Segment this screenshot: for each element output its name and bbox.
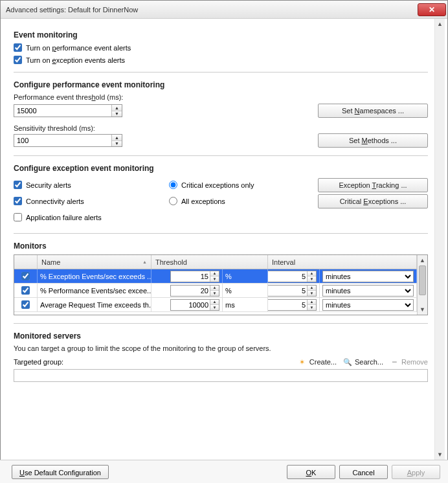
row-checkbox[interactable]	[21, 300, 30, 309]
row-interval-cell[interactable]: ▲▼	[268, 284, 320, 297]
row-interval-cell[interactable]: ▲▼	[268, 269, 320, 283]
spin-down-icon[interactable]: ▼	[308, 276, 316, 282]
spin-down-icon[interactable]: ▼	[210, 276, 219, 282]
use-default-button[interactable]: Use Default Configuration	[12, 465, 109, 479]
checkbox-exception-alerts[interactable]: Turn on exception events alerts	[14, 56, 428, 64]
apply-button: Apply	[392, 465, 440, 479]
spin-up-icon[interactable]: ▲	[210, 286, 219, 291]
checkbox-appfail[interactable]: Application failure alerts	[14, 213, 169, 221]
row-threshold-cell[interactable]: ▲▼	[151, 269, 223, 283]
threshold-input[interactable]	[171, 271, 210, 282]
grid-header-name[interactable]: Name	[38, 255, 151, 269]
spin-down-icon[interactable]: ▼	[210, 291, 219, 296]
scroll-down-icon[interactable]: ▼	[435, 449, 445, 460]
row-check-cell[interactable]	[14, 284, 38, 297]
row-interval-cell[interactable]: ▲▼	[268, 298, 320, 311]
row-threshold-unit: %	[223, 269, 268, 283]
exception-tracking-button[interactable]: Exception Tracking ...	[318, 178, 428, 192]
ok-button[interactable]: OK	[287, 465, 335, 479]
divider-1	[14, 72, 428, 73]
row-name-cell: % Exception Events/sec exceeds ...	[38, 269, 151, 283]
sensitivity-spinner[interactable]: ▲▼	[14, 134, 122, 147]
spin-up-icon[interactable]: ▲	[112, 105, 122, 111]
radio-critical-input[interactable]	[169, 181, 177, 189]
grid-header-threshold[interactable]: Threshold	[151, 255, 268, 269]
row-interval-unit-cell[interactable]: minutes	[320, 298, 417, 311]
interval-input[interactable]	[268, 271, 307, 282]
spin-down-icon[interactable]: ▼	[210, 305, 219, 310]
scroll-down-icon[interactable]: ▼	[418, 304, 427, 315]
radio-critical-label: Critical exceptions only	[181, 181, 254, 189]
spin-up-icon[interactable]: ▲	[308, 286, 316, 291]
spin-up-icon[interactable]: ▲	[308, 271, 316, 277]
perf-threshold-spinner[interactable]: ▲▼	[14, 104, 122, 117]
row-threshold-unit: %	[223, 284, 268, 297]
checkbox-connectivity[interactable]: Connectivity alerts	[14, 197, 169, 205]
spin-up-icon[interactable]: ▲	[112, 135, 122, 141]
section-exception-config: Configure exception event monitoring	[14, 164, 428, 173]
row-name-cell: % Performance Events/sec excee...	[38, 284, 151, 297]
row-threshold-cell[interactable]: ▲▼	[151, 284, 223, 297]
create-group-button[interactable]: ✶ Create...	[298, 357, 337, 366]
sensitivity-input[interactable]	[14, 135, 111, 146]
scroll-thumb[interactable]	[419, 265, 426, 295]
search-icon: 🔍	[343, 357, 352, 366]
checkbox-perf-alerts[interactable]: Turn on performance event alerts	[14, 43, 428, 52]
row-interval-unit-cell[interactable]: minutes	[320, 269, 417, 283]
spin-down-icon[interactable]: ▼	[112, 141, 122, 147]
create-group-label: Create...	[309, 358, 337, 366]
interval-input[interactable]	[268, 286, 307, 296]
spin-down-icon[interactable]: ▼	[308, 305, 316, 310]
row-check-cell[interactable]	[14, 298, 38, 311]
radio-all[interactable]: All exceptions	[169, 197, 286, 205]
row-threshold-cell[interactable]: ▲▼	[151, 298, 223, 311]
interval-unit-select[interactable]: minutes	[322, 299, 414, 311]
row-check-cell[interactable]	[14, 269, 38, 283]
checkbox-perf-alerts-input[interactable]	[14, 43, 22, 52]
section-perf-config: Configure performance event monitoring	[14, 80, 428, 89]
grid-header: Name Threshold Interval	[14, 255, 417, 269]
table-row[interactable]: % Performance Events/sec excee...▲▼%▲▼mi…	[14, 284, 417, 298]
monitors-scrollbar[interactable]: ▲ ▼	[417, 255, 427, 315]
table-row[interactable]: % Exception Events/sec exceeds ...▲▼%▲▼m…	[14, 269, 417, 284]
interval-unit-select[interactable]: minutes	[322, 285, 414, 297]
cancel-button[interactable]: Cancel	[339, 465, 388, 479]
radio-critical[interactable]: Critical exceptions only	[169, 181, 286, 189]
spin-up-icon[interactable]: ▲	[308, 300, 316, 306]
set-namespaces-button[interactable]: Set Namespaces ...	[318, 104, 428, 118]
monitored-servers-desc: You can target a group to limit the scop…	[14, 344, 428, 352]
grid-header-interval[interactable]: Interval	[268, 255, 417, 269]
search-group-button[interactable]: 🔍 Search...	[343, 357, 383, 366]
checkbox-appfail-input[interactable]	[14, 213, 22, 221]
search-group-label: Search...	[355, 358, 383, 366]
checkbox-exception-alerts-input[interactable]	[14, 56, 22, 64]
dialog-footer: Use Default Configuration OK Cancel Appl…	[0, 460, 448, 483]
spin-down-icon[interactable]: ▼	[308, 291, 316, 296]
checkbox-security[interactable]: Security alerts	[14, 181, 169, 189]
interval-unit-select[interactable]: minutes	[322, 271, 414, 282]
spin-up-icon[interactable]: ▲	[210, 300, 219, 306]
critical-exceptions-button[interactable]: Critical Exceptions ...	[318, 194, 428, 208]
perf-threshold-input[interactable]	[14, 105, 111, 117]
table-row[interactable]: Average Request Time exceeds th...▲▼ms▲▼…	[14, 298, 417, 312]
interval-input[interactable]	[268, 300, 307, 310]
close-button[interactable]: ✕	[418, 3, 446, 16]
monitors-grid: ▲ ▼ Name Threshold Interval % Exception …	[14, 254, 428, 315]
scroll-up-icon[interactable]: ▲	[418, 255, 427, 265]
content-scrollbar[interactable]: ▲ ▼	[434, 19, 445, 460]
threshold-input[interactable]	[171, 286, 210, 296]
targeted-group-field[interactable]	[14, 369, 428, 382]
checkbox-security-input[interactable]	[14, 181, 22, 189]
set-methods-button[interactable]: Set Methods ...	[318, 133, 428, 148]
threshold-input[interactable]	[171, 300, 210, 310]
radio-all-input[interactable]	[169, 197, 177, 205]
row-checkbox[interactable]	[21, 272, 30, 280]
row-interval-unit-cell[interactable]: minutes	[320, 284, 417, 297]
spin-down-icon[interactable]: ▼	[112, 111, 122, 117]
checkbox-perf-alerts-label: Turn on performance event alerts	[26, 44, 131, 52]
checkbox-connectivity-input[interactable]	[14, 197, 22, 205]
spin-up-icon[interactable]: ▲	[210, 271, 219, 277]
scroll-up-icon[interactable]: ▲	[435, 19, 445, 29]
grid-header-check[interactable]	[14, 255, 38, 269]
row-checkbox[interactable]	[21, 286, 30, 295]
